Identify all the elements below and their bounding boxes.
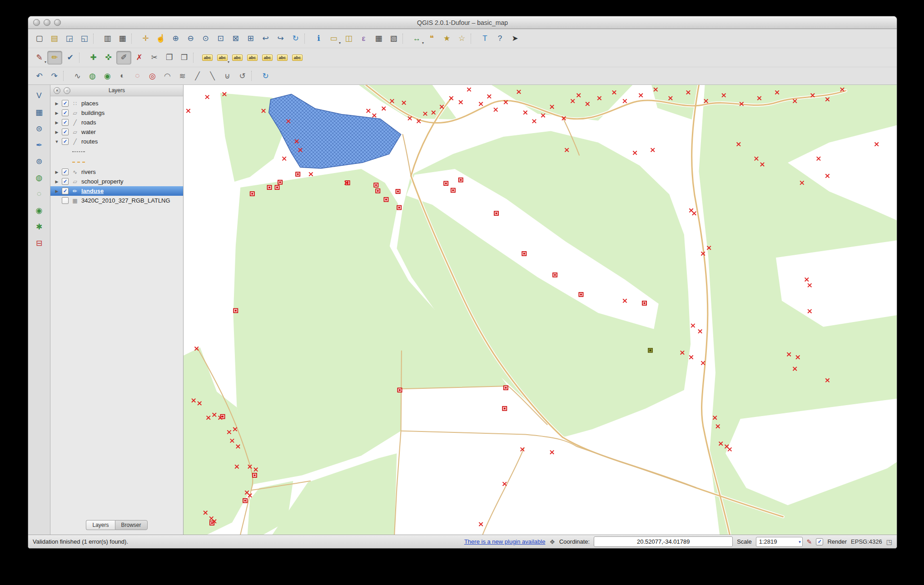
current-edits-dropdown-icon[interactable]: ▾: [45, 60, 46, 64]
add-raster-layer-button[interactable]: ▦: [31, 106, 47, 119]
save-project-button[interactable]: ◲: [62, 32, 76, 45]
add-ring-button[interactable]: ◍: [85, 69, 99, 82]
new-print-composer-button[interactable]: ▥: [100, 32, 114, 45]
text-annotation-button[interactable]: T: [478, 32, 492, 45]
redo-button[interactable]: ↷: [47, 69, 61, 82]
layer-item-places[interactable]: ▶✓∷places: [50, 99, 183, 108]
layer-visibility-checkbox[interactable]: ✓: [62, 129, 69, 135]
add-postgis-layer-button[interactable]: ⊜: [31, 122, 47, 135]
pan-map-button[interactable]: ✛: [139, 32, 153, 45]
label-properties-button[interactable]: abc▾: [215, 51, 229, 64]
current-edits-button[interactable]: ✎▾: [32, 51, 46, 64]
add-wms-layer-button[interactable]: ◍: [31, 171, 47, 184]
zoom-next-button[interactable]: ↪: [273, 32, 288, 45]
label-rotate-button[interactable]: abc: [275, 51, 289, 64]
layer-visibility-checkbox[interactable]: ✓: [62, 138, 69, 145]
deselect-features-button[interactable]: ◫: [342, 32, 356, 45]
add-feature-button[interactable]: ✚: [86, 51, 100, 64]
map-tips-button[interactable]: ❝: [425, 32, 439, 45]
label-move-button[interactable]: abc: [260, 51, 274, 64]
combo-arrow-icon[interactable]: ▾: [799, 540, 801, 544]
crs-status-icon[interactable]: ◳: [886, 538, 892, 545]
fill-ring-button[interactable]: ◐: [115, 69, 129, 82]
draw-icon[interactable]: ✎: [807, 538, 812, 545]
scale-combo[interactable]: 1:2819 ▾: [756, 537, 803, 547]
label-properties-dropdown-icon[interactable]: ▾: [228, 60, 229, 64]
layer-item-school_property[interactable]: ▶✓▱school_property: [50, 177, 183, 186]
open-project-button[interactable]: ▤: [47, 32, 61, 45]
tab-layers[interactable]: Layers: [86, 520, 114, 530]
label-show-hide-button[interactable]: abc: [245, 51, 259, 64]
node-tool-button[interactable]: ✐: [116, 51, 131, 64]
copy-features-button[interactable]: ❐: [162, 51, 176, 64]
identify-features-button[interactable]: ℹ: [312, 32, 326, 45]
label-pin-button[interactable]: abc: [230, 51, 244, 64]
layer-visibility-checkbox[interactable]: ✓: [62, 119, 69, 126]
layer-visibility-checkbox[interactable]: ✓: [62, 169, 69, 175]
coordinate-input[interactable]: [594, 536, 733, 547]
expander-icon[interactable]: ▶: [55, 179, 59, 184]
layer-visibility-checkbox[interactable]: [62, 197, 69, 204]
reload-edits-button[interactable]: ↻: [258, 69, 273, 82]
layer-item-routes[interactable]: ▼✓╱routes: [50, 137, 183, 146]
merge-features-button[interactable]: ⊍: [220, 69, 234, 82]
select-by-expression-button[interactable]: ε: [357, 32, 371, 45]
layer-item-water[interactable]: ▶✓▱water: [50, 127, 183, 137]
split-parts-button[interactable]: ╲: [205, 69, 219, 82]
zoom-full-button[interactable]: ⊡: [214, 32, 228, 45]
minimize-button[interactable]: [44, 19, 50, 26]
zoom-in-button[interactable]: ⊕: [169, 32, 183, 45]
expander-icon[interactable]: ▶: [55, 189, 59, 193]
add-wfs-layer-button[interactable]: ◉: [31, 204, 47, 217]
layer-item-rivers[interactable]: ▶✓∿rivers: [50, 167, 183, 177]
move-feature-button[interactable]: ✜: [101, 51, 115, 64]
plugin-icon[interactable]: ❖: [549, 538, 555, 545]
split-features-button[interactable]: ╱: [190, 69, 204, 82]
tab-browser[interactable]: Browser: [115, 520, 148, 530]
rotate-feature-button[interactable]: ↺: [235, 69, 249, 82]
add-spatialite-layer-button[interactable]: ✒: [31, 139, 47, 151]
show-bookmarks-button[interactable]: ☆: [455, 32, 469, 45]
zoom-native-button[interactable]: ⊙: [199, 32, 213, 45]
add-wcs-layer-button[interactable]: ◌: [31, 188, 47, 200]
layer-item-roads[interactable]: ▶✓╱roads: [50, 118, 183, 127]
zoom-button[interactable]: [54, 19, 61, 26]
whats-this-button[interactable]: ➤: [508, 32, 522, 45]
new-shapefile-layer-button[interactable]: ✱: [31, 220, 47, 233]
layer-item-landuse[interactable]: ▶✓✏landuse: [50, 186, 183, 196]
layer-item-buildings[interactable]: ▶✓▱buildings: [50, 108, 183, 118]
layer-visibility-checkbox[interactable]: ✓: [62, 100, 69, 107]
measure-button[interactable]: ↔▾: [410, 32, 424, 45]
plugin-link[interactable]: There is a new plugin available: [464, 538, 546, 545]
remove-layer-button[interactable]: ⊟: [31, 237, 47, 249]
zoom-last-button[interactable]: ↩: [258, 32, 273, 45]
expander-icon[interactable]: ▶: [55, 111, 59, 115]
expander-icon[interactable]: ▼: [55, 139, 59, 144]
measure-dropdown-icon[interactable]: ▾: [422, 41, 424, 45]
save-layer-edits-button[interactable]: ✔: [63, 51, 77, 64]
field-calculator-button[interactable]: ▧: [387, 32, 401, 45]
delete-ring-button[interactable]: ◌: [130, 69, 144, 82]
delete-part-button[interactable]: ◎: [145, 69, 159, 82]
expander-icon[interactable]: ▶: [55, 101, 59, 106]
add-part-button[interactable]: ◉: [100, 69, 114, 82]
undo-button[interactable]: ↶: [32, 69, 46, 82]
delete-selected-button[interactable]: ✗: [132, 51, 146, 64]
cut-features-button[interactable]: ✂: [147, 51, 161, 64]
new-bookmark-button[interactable]: ★: [440, 32, 454, 45]
render-checkbox[interactable]: ✓: [816, 538, 823, 545]
reshape-features-button[interactable]: ◠: [160, 69, 174, 82]
map-canvas[interactable]: [184, 85, 897, 535]
zoom-to-layer-button[interactable]: ⊞: [243, 32, 258, 45]
expander-icon[interactable]: ▶: [55, 130, 59, 134]
layer-visibility-checkbox[interactable]: ✓: [62, 178, 69, 185]
offset-curve-button[interactable]: ≋: [175, 69, 189, 82]
simplify-feature-button[interactable]: ∿: [70, 69, 84, 82]
label-settings-button[interactable]: abc: [290, 51, 304, 64]
add-mssql-layer-button[interactable]: ⊚: [31, 155, 47, 168]
layer-item-3420C_2010_327_RGB_LATLNG[interactable]: ▦3420C_2010_327_RGB_LATLNG: [50, 196, 183, 205]
open-attribute-table-button[interactable]: ▦: [372, 32, 386, 45]
layer-visibility-checkbox[interactable]: ✓: [62, 188, 69, 194]
map-refresh-button[interactable]: ↻: [288, 32, 303, 45]
label-add-button[interactable]: abc: [200, 51, 214, 64]
